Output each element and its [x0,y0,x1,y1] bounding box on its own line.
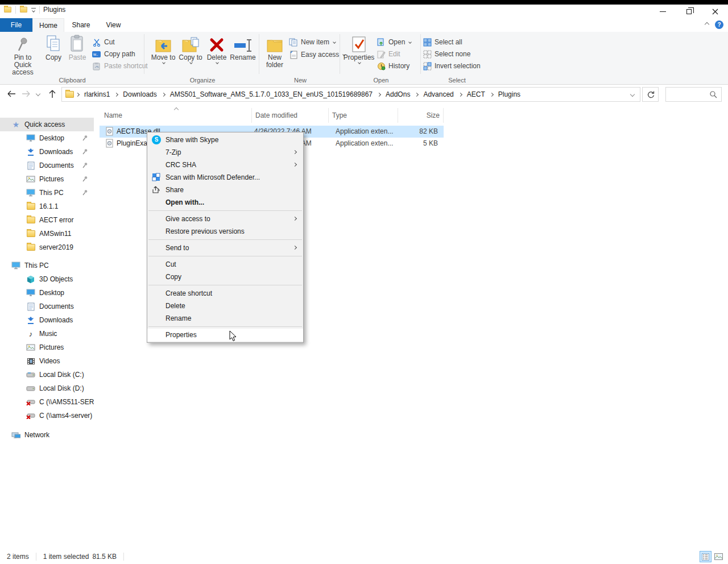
easy-access-button[interactable]: Easy access [289,49,345,60]
sidebar-item-pc-documents[interactable]: Documents [0,300,94,313]
sidebar-item-3d-objects[interactable]: 3D Objects [0,272,94,286]
search-input[interactable] [665,87,722,102]
large-icons-view-button[interactable] [713,551,725,562]
file-size: 82 KB [387,126,438,138]
sidebar-item-this-pc-pinned[interactable]: This PC [0,186,94,200]
back-button[interactable] [5,87,18,101]
sidebar-item-downloads-pinned[interactable]: Downloads [0,145,94,159]
menu-item-scan-with-defender[interactable]: Scan with Microsoft Defender... [147,171,303,184]
sidebar-item-network-drive-ams511[interactable]: C (\\AMS511-SERVER [0,395,94,409]
sidebar-item-folder-amswin11[interactable]: AMSwin11 [0,227,94,240]
sidebar-item-documents-pinned[interactable]: Documents [0,159,94,172]
sidebar-item-folder-server2019[interactable]: server2019 [0,240,94,254]
breadcrumb-item[interactable]: AECT [463,90,489,98]
menu-item-give-access-to[interactable]: Give access to [147,213,303,225]
copy-label: Copy [46,54,61,61]
history-button[interactable]: History [377,60,410,72]
details-view-button[interactable] [700,551,712,562]
restore-button[interactable] [676,5,702,18]
column-header-name[interactable]: Name [101,108,252,123]
address-dropdown-icon[interactable] [630,92,635,97]
sidebar-item-quick-access[interactable]: ★ Quick access [0,118,94,131]
rename-icon [233,34,253,53]
recent-locations-button[interactable] [33,87,43,101]
cut-button[interactable]: Cut [92,36,115,48]
menu-item-create-shortcut[interactable]: Create shortcut [147,287,303,300]
sidebar-item-folder-16-1-1[interactable]: 16.1.1 [0,200,94,213]
sidebar-item-desktop-pinned[interactable]: Desktop [0,131,94,145]
up-button[interactable] [46,87,59,101]
column-header-date-modified[interactable]: Date modified [252,108,329,123]
address-field[interactable]: rlarkins1 Downloads AMS501_Software_AMS_… [61,87,640,102]
delete-button[interactable]: Delete [204,34,229,64]
rename-button[interactable]: Rename [229,34,257,61]
pin-to-quick-access-button[interactable]: Pin to Quick access [6,34,40,76]
menu-item-copy[interactable]: Copy [147,271,303,283]
breadcrumb-item[interactable]: AMS501_Software_AMS_5.1.7.0_1033_EN_enUS… [166,90,377,98]
open-button[interactable]: Open [377,36,411,48]
paste-shortcut-button[interactable]: Paste shortcut [92,60,148,72]
copy-path-button[interactable]: w.. Copy path [92,48,135,60]
copy-path-label: Copy path [104,50,135,58]
sidebar-item-pc-downloads[interactable]: Downloads [0,313,94,327]
invert-selection-button[interactable]: Invert selection [423,60,481,72]
sidebar-item-pictures-pinned[interactable]: Pictures [0,172,94,186]
column-header-label: Size [427,111,440,119]
menu-item-7zip[interactable]: 7-Zip [147,146,303,159]
tab-file[interactable]: File [0,18,32,32]
customize-quick-access-toolbar-icon[interactable] [31,8,36,12]
navigation-pane: ★ Quick access Desktop Downloads Documen… [0,104,94,549]
new-item-button[interactable]: New item [289,36,336,48]
collapse-ribbon-icon[interactable] [705,22,709,27]
sidebar-item-videos[interactable]: Videos [0,354,94,368]
tab-home[interactable]: Home [32,18,64,32]
select-all-button[interactable]: Select all [423,36,462,48]
sidebar-item-local-disk-d[interactable]: Local Disk (D:) [0,381,94,395]
sidebar-item-local-disk-c[interactable]: Local Disk (C:) [0,368,94,381]
edit-button[interactable]: Edit [377,48,400,60]
menu-item-rename[interactable]: Rename [147,312,303,325]
sidebar-item-folder-aect-error[interactable]: AECT error [0,213,94,227]
sidebar-item-pc-desktop[interactable]: Desktop [0,286,94,300]
menu-item-crc-sha[interactable]: CRC SHA [147,159,303,171]
menu-item-open-with[interactable]: Open with... [147,196,303,209]
breadcrumb-item[interactable]: Plugins [494,90,524,98]
breadcrumb-item[interactable]: AddOns [382,90,414,98]
forward-button[interactable] [19,87,33,101]
column-header-type[interactable]: Type [329,108,398,123]
copy-to-button[interactable]: Copy to [177,34,204,64]
screen-top-strip [0,0,728,5]
invert-selection-icon [423,61,432,70]
sidebar-item-network[interactable]: Network [0,428,94,442]
select-none-button[interactable]: Select none [423,48,470,60]
sidebar-item-this-pc[interactable]: This PC [0,259,94,272]
divider [39,6,40,14]
breadcrumb-item[interactable]: rlarkins1 [80,90,114,98]
column-header-size[interactable]: Size [398,108,444,123]
help-icon[interactable]: ? [715,20,723,29]
menu-item-properties[interactable]: Properties [147,329,303,341]
paste-button[interactable]: Paste [66,34,89,61]
close-button[interactable] [702,5,728,18]
sidebar-item-pc-pictures[interactable]: Pictures [0,341,94,354]
menu-item-delete[interactable]: Delete [147,300,303,312]
menu-item-send-to[interactable]: Send to [147,242,303,254]
properties-button[interactable]: Properties [345,34,373,64]
tab-view[interactable]: View [98,18,129,32]
copy-button[interactable]: Copy [42,34,65,61]
sidebar-item-music[interactable]: ♪ Music [0,327,94,341]
quick-access-toolbar-folder-icon[interactable] [20,7,27,13]
tab-share[interactable]: Share [64,18,98,32]
new-folder-button[interactable]: New folder [263,34,287,69]
breadcrumb-item[interactable]: Advanced [419,90,457,98]
menu-item-share-with-skype[interactable]: S Share with Skype [147,134,303,146]
minimize-button[interactable] [650,5,676,18]
rename-label: Rename [230,54,255,61]
breadcrumb-item[interactable]: Downloads [119,90,160,98]
sidebar-item-network-drive-ams4[interactable]: C (\\ams4-server) (Z: [0,409,94,422]
menu-item-restore-previous-versions[interactable]: Restore previous versions [147,225,303,238]
menu-item-share[interactable]: Share [147,184,303,196]
menu-item-cut[interactable]: Cut [147,258,303,271]
refresh-button[interactable] [642,87,659,102]
move-to-button[interactable]: Move to [150,34,176,64]
